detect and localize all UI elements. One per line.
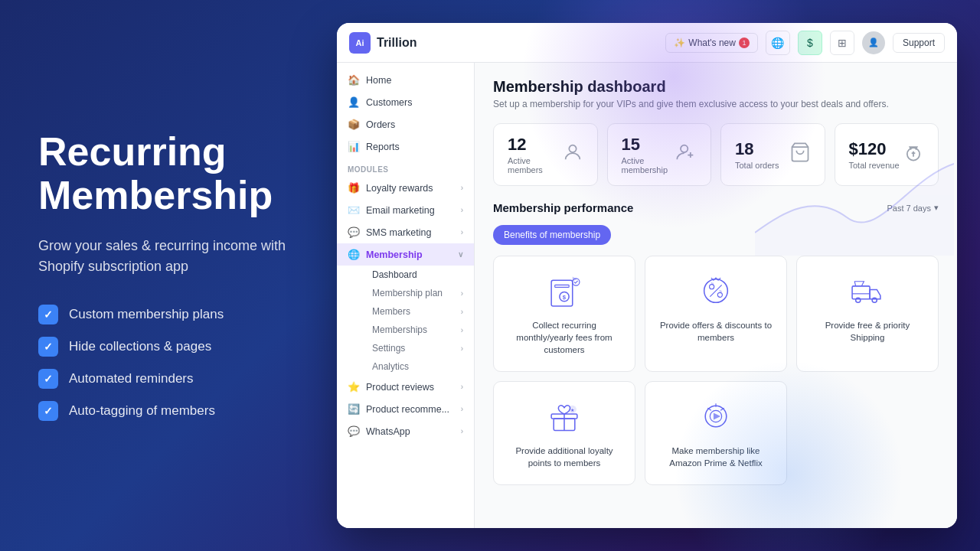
stat-label: Total orders bbox=[735, 161, 779, 170]
grid-button[interactable]: ⊞ bbox=[830, 31, 854, 55]
stat-value: 18 bbox=[735, 139, 779, 159]
modules-label: MODULES bbox=[337, 158, 474, 177]
loyalty-icon: 🎁 bbox=[348, 182, 360, 194]
stat-card-revenue: $120 Total revenue bbox=[835, 123, 939, 186]
whatsapp-icon: 💬 bbox=[348, 425, 360, 437]
benefit-label: Provide additional loyalty points to mem… bbox=[506, 445, 622, 469]
avatar[interactable]: 👤 bbox=[862, 31, 885, 54]
main-content: Membership dashboard Set up a membership… bbox=[475, 63, 957, 528]
sidebar-item-customers[interactable]: 👤 Customers bbox=[337, 91, 474, 113]
feature-item: Custom membership plans bbox=[38, 305, 299, 324]
hero-subtitle: Grow your sales & recurring income with … bbox=[38, 236, 299, 277]
feature-item: Hide collections & pages bbox=[38, 337, 299, 357]
sidebar-item-orders[interactable]: 📦 Orders bbox=[337, 113, 474, 135]
stat-card-active-members: 12 Active members bbox=[493, 123, 598, 186]
benefits-grid: $ Collect recurring monthly/yearly fees … bbox=[493, 256, 939, 485]
period-selector[interactable]: Past 7 days ▾ bbox=[887, 203, 939, 213]
gift-icon: ★ bbox=[545, 397, 583, 435]
stat-card-active-membership: 15 Active membership bbox=[607, 123, 712, 186]
sidebar-sub-settings[interactable]: Settings › bbox=[361, 339, 474, 357]
whats-new-button[interactable]: ✨ What's new 1 bbox=[665, 33, 758, 53]
checkbox-icon bbox=[38, 401, 58, 421]
sidebar-sub-dashboard[interactable]: Dashboard bbox=[361, 266, 474, 284]
benefit-label: Provide free & priority Shipping bbox=[809, 319, 926, 344]
tabs-row: Benefits of membership bbox=[493, 225, 939, 245]
membership-icon: 🌐 bbox=[348, 249, 360, 260]
stat-value: 12 bbox=[508, 135, 562, 155]
chevron-right-icon: › bbox=[461, 206, 463, 214]
app-body: 🏠 Home 👤 Customers 📦 Orders 📊 Reports MO… bbox=[337, 63, 957, 528]
checkbox-icon bbox=[38, 369, 58, 389]
left-section: Recurring Membership Grow your sales & r… bbox=[0, 84, 337, 467]
sidebar-sub-plan[interactable]: Membership plan › bbox=[361, 284, 474, 302]
membership-submenu: Dashboard Membership plan › Members › Me… bbox=[337, 266, 474, 376]
benefit-card-prime[interactable]: Make membership like Amazon Prime & Netf… bbox=[645, 381, 787, 485]
sidebar-item-loyalty[interactable]: 🎁 Loyalty rewards › bbox=[337, 177, 474, 199]
checkbox-icon bbox=[38, 337, 58, 357]
app-window: Ai Trillion ✨ What's new 1 🌐 $ ⊞ 👤 Suppo… bbox=[337, 23, 957, 528]
chevron-right-icon: › bbox=[461, 289, 463, 298]
feature-item: Auto-tagging of members bbox=[38, 401, 299, 421]
add-person-icon bbox=[675, 142, 697, 168]
discount-icon: % % bbox=[697, 272, 735, 310]
home-icon: 🏠 bbox=[348, 74, 360, 86]
logo-icon: Ai bbox=[349, 32, 371, 54]
tab-benefits[interactable]: Benefits of membership bbox=[493, 225, 611, 245]
benefit-card-shipping[interactable]: Provide free & priority Shipping bbox=[796, 256, 939, 372]
sidebar-sub-members[interactable]: Members › bbox=[361, 302, 474, 321]
hero-title: Recurring Membership bbox=[38, 130, 299, 217]
svg-text:★: ★ bbox=[570, 407, 574, 412]
sidebar-item-membership[interactable]: 🌐 Membership ∨ bbox=[337, 243, 474, 266]
support-button[interactable]: Support bbox=[893, 33, 945, 53]
svg-text:$: $ bbox=[563, 294, 567, 301]
prime-icon bbox=[697, 397, 735, 435]
logo-area: Ai Trillion bbox=[349, 32, 441, 54]
stat-card-orders: 18 Total orders bbox=[720, 123, 825, 186]
performance-header: Membership performance Past 7 days ▾ bbox=[493, 201, 939, 214]
stat-label: Active membership bbox=[622, 156, 676, 174]
sidebar-item-reports[interactable]: 📊 Reports bbox=[337, 135, 474, 158]
chevron-right-icon: › bbox=[461, 184, 463, 192]
sidebar-item-reviews[interactable]: ⭐ Product reviews › bbox=[337, 376, 474, 398]
svg-rect-5 bbox=[555, 285, 569, 287]
sidebar-sub-memberships[interactable]: Memberships › bbox=[361, 321, 474, 339]
feature-text: Auto-tagging of members bbox=[69, 403, 215, 419]
sidebar-item-home[interactable]: 🏠 Home bbox=[337, 69, 474, 91]
checkbox-icon bbox=[38, 305, 58, 324]
page-title: Membership dashboard bbox=[493, 78, 939, 96]
stat-label: Active members bbox=[508, 156, 562, 174]
stat-value: 15 bbox=[622, 135, 676, 155]
sidebar-item-sms[interactable]: 💬 SMS marketing › bbox=[337, 221, 474, 243]
bag-icon bbox=[789, 142, 811, 168]
logo-text: Trillion bbox=[377, 36, 416, 50]
sidebar-item-email[interactable]: ✉️ Email marketing › bbox=[337, 199, 474, 221]
chevron-right-icon: › bbox=[461, 405, 463, 413]
feature-item: Automated reminders bbox=[38, 369, 299, 389]
feature-text: Hide collections & pages bbox=[69, 339, 211, 354]
chevron-right-icon: › bbox=[461, 427, 463, 435]
dollar-button[interactable]: $ bbox=[798, 31, 822, 55]
benefit-label: Provide offers & discounts to members bbox=[658, 319, 774, 344]
reports-icon: 📊 bbox=[348, 141, 360, 152]
sidebar-sub-analytics[interactable]: Analytics bbox=[361, 357, 474, 376]
stat-value: $120 bbox=[849, 139, 900, 159]
svg-text:%: % bbox=[711, 282, 714, 285]
sidebar-item-recommend[interactable]: 🔄 Product recomme... › bbox=[337, 398, 474, 420]
chevron-right-icon: › bbox=[461, 326, 463, 334]
benefit-card-recurring[interactable]: $ Collect recurring monthly/yearly fees … bbox=[493, 256, 635, 372]
benefit-card-discounts[interactable]: % % Provide offers & discounts to member… bbox=[645, 256, 787, 372]
translate-button[interactable]: 🌐 bbox=[766, 31, 790, 55]
benefit-label: Make membership like Amazon Prime & Netf… bbox=[658, 445, 774, 469]
orders-icon: 📦 bbox=[348, 119, 360, 130]
sidebar-item-whatsapp[interactable]: 💬 WhatsApp › bbox=[337, 420, 474, 442]
chevron-down-icon: ∨ bbox=[458, 250, 463, 259]
page-subtitle: Set up a membership for your VIPs and gi… bbox=[493, 99, 939, 109]
sms-icon: 💬 bbox=[348, 227, 360, 238]
svg-text:%: % bbox=[720, 290, 723, 293]
shipping-icon bbox=[848, 272, 887, 310]
benefit-card-loyalty[interactable]: ★ Provide additional loyalty points to m… bbox=[493, 381, 635, 485]
top-nav: Ai Trillion ✨ What's new 1 🌐 $ ⊞ 👤 Suppo… bbox=[337, 23, 957, 63]
reviews-icon: ⭐ bbox=[348, 381, 360, 393]
chevron-down-icon: ▾ bbox=[934, 203, 939, 213]
chevron-right-icon: › bbox=[461, 228, 463, 236]
